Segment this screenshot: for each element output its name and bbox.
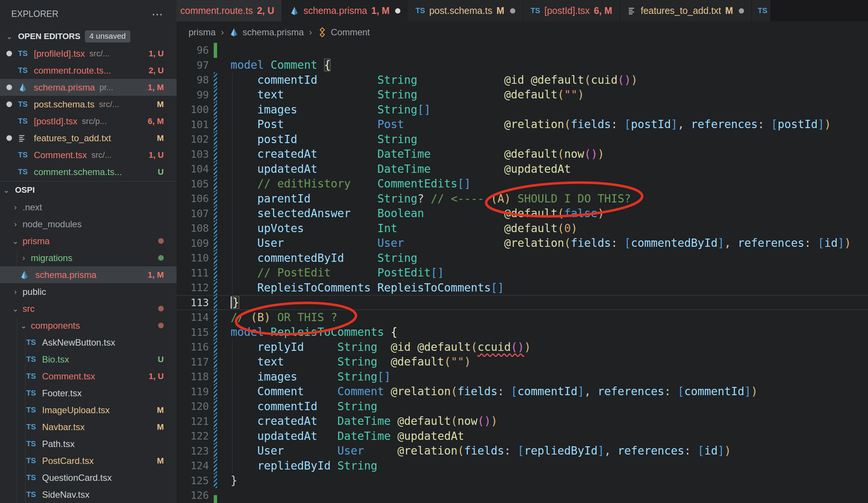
more-actions-icon[interactable]: ⋯ [152,8,164,21]
code-line-122[interactable]: 122 updatedAt DateTime @updatedAt [177,429,868,444]
code-line-104[interactable]: 104 updatedAt DateTime @updatedAt [177,162,868,177]
unsaved-dot[interactable] [510,8,515,14]
tab-schema.prisma[interactable]: schema.prisma1, M [282,0,408,21]
code-line-126[interactable]: 126 [177,488,868,503]
git-status-dot [158,323,164,328]
code-token [431,148,504,160]
unsaved-dot[interactable] [6,85,12,90]
open-editor-item-[profileId].tsx[interactable]: TS[profileId].tsxsrc/...1, U [0,45,177,62]
code-line-120[interactable]: 120 commentId String [177,399,868,414]
code-token: text [257,88,284,101]
open-editor-item-comment.route.ts...[interactable]: TScomment.route.ts...2, U [0,62,177,79]
code-line-105[interactable]: 105 // editHistory CommentEdits[] [177,177,868,192]
tab-features_to_add.txt[interactable]: features_to_add.txtM [620,0,752,21]
code-line-125[interactable]: 125} [177,473,868,488]
tree-item-Path.tsx[interactable]: TSPath.tsx [0,435,177,452]
open-editor-item-Comment.tsx[interactable]: TSComment.tsxsrc/...1, U [0,147,177,163]
unsaved-dot[interactable] [6,101,12,107]
tree-item-Comment.tsx[interactable]: TSComment.tsx1, U [0,368,177,385]
unsaved-dot[interactable] [6,135,12,141]
code-line-115[interactable]: 115model RepleisToComments { [177,325,868,340]
code-line-99[interactable]: 99 text String @default("") [177,88,868,103]
line-number: 102 [177,133,209,145]
code-line-113[interactable]: 113} [177,295,868,310]
code-token [231,385,257,398]
code-line-97[interactable]: 97model Comment { [177,58,868,73]
unsaved-dot[interactable] [395,8,400,14]
open-editor-item-features_to_add.txt[interactable]: features_to_add.txtM [0,130,177,147]
tab-comment.route.ts[interactable]: comment.route.ts2, U [177,0,282,21]
tree-item-schema.prisma[interactable]: schema.prisma1, M [0,266,177,283]
code-line-101[interactable]: 101 Post Post @relation(fields: [postId]… [177,117,868,132]
code-token [331,266,377,279]
code-line-111[interactable]: 111 // PostEdit PostEdit[] [177,266,868,281]
line-number: 125 [177,475,209,486]
code-line-106[interactable]: 106 parentId String? // <---- (A) SHOULD… [177,191,868,206]
breadcrumb-item-prisma[interactable]: prisma [189,27,216,38]
code-token [384,385,391,398]
chevron-down-icon: ⌄ [11,237,20,246]
text-file-icon [628,6,637,15]
open-editor-item-comment.schema.ts...[interactable]: TScomment.schema.ts...U [0,163,177,180]
tree-item-node_modules[interactable]: ›node_modules [0,216,177,233]
code-area[interactable]: 9697model Comment {98 commentId String @… [177,43,868,503]
code-line-112[interactable]: 112 RepleisToComments RepleisToComments[… [177,280,868,295]
tree-item-prisma[interactable]: ⌄prisma [0,233,177,249]
open-editors-header[interactable]: ⌄ OPEN EDITORS 4 unsaved [0,28,177,45]
code-line-124[interactable]: 124 repliedById String [177,458,868,473]
code-line-110[interactable]: 110 commentedById String [177,251,868,266]
code-line-100[interactable]: 100 images String[] [177,102,868,117]
tab-overflow[interactable]: TS [752,0,770,21]
code-token: RepleisToComments [271,326,384,338]
code-line-108[interactable]: 108 upVotes Int @default(0) [177,221,868,236]
dirty-dot-slot [0,51,18,56]
code-line-118[interactable]: 118 images String[] [177,369,868,384]
code-token [231,252,257,264]
tree-item-Bio.tsx[interactable]: TSBio.tsxU [0,351,177,368]
tree-item-SideNav.tsx[interactable]: TSSideNav.tsx [0,486,177,503]
tree-item-public[interactable]: ›public [0,283,177,300]
open-editor-item-schema.prisma[interactable]: schema.prismapr...1, M [0,79,177,96]
open-editor-item-[postId].tsx[interactable]: TS[postId].tsxsrc/p...6, M [0,113,177,130]
code-line-102[interactable]: 102 postId String [177,132,868,147]
code-line-117[interactable]: 117 text String @default("") [177,355,868,370]
tree-item-Footer.tsx[interactable]: TSFooter.tsx [0,385,177,402]
code-line-109[interactable]: 109 User User @relation(fields: [comment… [177,236,868,251]
tab-post.schema.ts[interactable]: TSpost.schema.tsM [408,0,523,21]
unsaved-dot[interactable] [739,8,744,14]
code-line-121[interactable]: 121 createdAt DateTime @default(now()) [177,414,868,429]
tree-item-migrations[interactable]: ›migrations [0,249,177,266]
ts-icon: TS [26,406,36,414]
unsaved-dot[interactable] [6,51,12,56]
tree-item-AskNewButton.tsx[interactable]: TSAskNewButton.tsx [0,334,177,351]
code-token [297,370,338,383]
code-line-107[interactable]: 107 selectedAnswer Boolean @default(fals… [177,206,868,221]
code-token: : [497,385,511,398]
tree-item-components[interactable]: ⌄components [0,317,177,334]
chevron-right-icon: › [11,203,20,211]
code-line-103[interactable]: 103 createdAt DateTime @default(now()) [177,147,868,162]
tree-item-QuestionCard.tsx[interactable]: TSQuestionCard.tsx [0,469,177,486]
code-line-123[interactable]: 123 User User @relation(fields: [replied… [177,444,868,459]
open-editor-item-post.schema.ts[interactable]: TSpost.schema.tssrc/...M [0,96,177,113]
code-text: // PostEdit PostEdit[] [231,266,444,279]
breadcrumb-item-schema.prisma[interactable]: schema.prisma [229,27,304,38]
code-token: @relation [391,385,451,398]
code-line-96[interactable]: 96 [177,43,868,58]
code-line-116[interactable]: 116 replyId String @id @default(ccuid()) [177,340,868,355]
file-name: schema.prisma [34,82,95,93]
file-name: Navbar.tsx [42,422,85,432]
breadcrumb-item-Comment[interactable]: Comment [317,27,370,38]
code-token: , [604,444,618,457]
workspace-header[interactable]: ⌄ OSPI [0,181,177,199]
tree-item-src[interactable]: ⌄src [0,300,177,317]
tree-item-.next[interactable]: ›.next [0,199,177,216]
code-line-119[interactable]: 119 Comment Comment @relation(fields: [c… [177,384,868,399]
code-token: Post [377,118,404,131]
tree-item-ImageUpload.tsx[interactable]: TSImageUpload.tsxM [0,402,177,418]
tab-[postId].tsx[interactable]: TS[postId].tsx6, M [523,0,620,21]
tree-item-Navbar.tsx[interactable]: TSNavbar.tsxM [0,418,177,435]
code-line-98[interactable]: 98 commentId String @id @default(cuid()) [177,73,868,88]
code-line-114[interactable]: 114// (B) OR THIS ? [177,310,868,325]
tree-item-PostCard.tsx[interactable]: TSPostCard.tsxM [0,452,177,469]
